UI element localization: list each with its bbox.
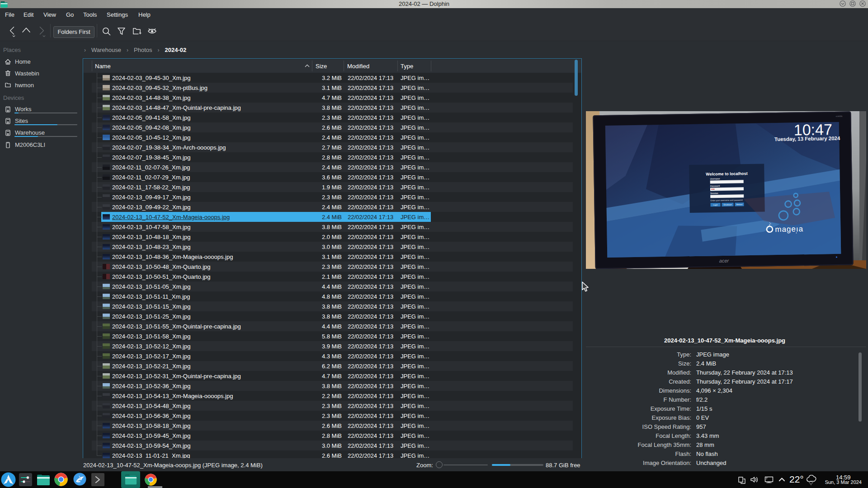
svg-text:Session: Session <box>710 192 718 194</box>
svg-text:e1906k: e1906k <box>836 115 843 117</box>
svg-text:Password: Password <box>710 185 720 187</box>
svg-text:acer: acer <box>719 258 730 263</box>
svg-text:Shutdown: Shutdown <box>723 203 732 206</box>
svg-text:Login: Login <box>713 204 718 206</box>
svg-text:Reboot: Reboot <box>736 203 743 206</box>
svg-text:mageıa: mageıa <box>775 225 803 234</box>
svg-text:Tuesday, 13 February 2024: Tuesday, 13 February 2024 <box>774 136 840 142</box>
svg-text:Username: Username <box>710 178 720 180</box>
svg-text:Welcome to localhost: Welcome to localhost <box>706 171 748 176</box>
